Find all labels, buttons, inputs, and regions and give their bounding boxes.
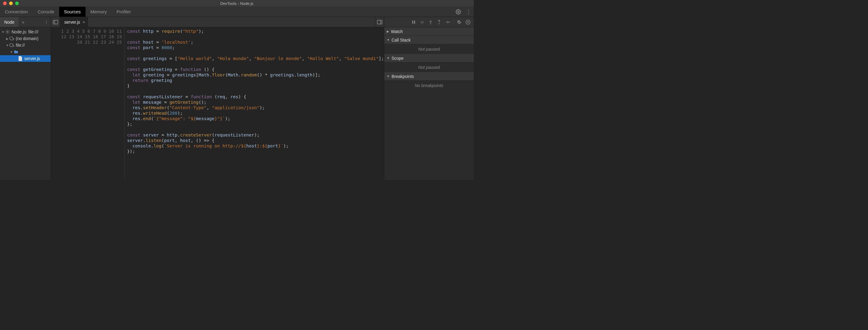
- scope-label: Scope: [392, 56, 404, 61]
- editor-area: server.js × 1 2 3 4 5 6 7 8 9 10 11 12 1…: [51, 17, 384, 180]
- chevron-down-icon: ▼: [387, 38, 390, 41]
- watch-section-header[interactable]: ▶ Watch: [384, 27, 474, 36]
- traffic-lights: [0, 1, 19, 5]
- step-over-icon: [420, 20, 425, 24]
- line-number-gutter: 1 2 3 4 5 6 7 8 9 10 11 12 13 14 15 16 1…: [51, 27, 125, 180]
- deactivate-breakpoints-button[interactable]: [456, 18, 463, 26]
- step-into-icon: [429, 20, 432, 25]
- editor-tabs: server.js ×: [51, 17, 384, 27]
- svg-rect-7: [414, 20, 415, 24]
- tree-node-folder[interactable]: ▼: [0, 49, 51, 55]
- svg-point-1: [7, 31, 8, 32]
- chevron-right-double-icon: »: [22, 20, 25, 25]
- breakpoints-body: No breakpoints: [384, 81, 474, 90]
- code-content: const http = require("http"); const host…: [125, 27, 384, 180]
- devtools-main-tabs: Connection Console Sources Memory Profil…: [0, 7, 474, 17]
- tree-node-file-server-js[interactable]: server.js: [0, 55, 51, 62]
- panel-right-icon: [377, 20, 382, 24]
- toolbar-separator: [454, 19, 454, 25]
- chevron-right-icon: ▶: [5, 37, 9, 40]
- vertical-dots-icon: ⋮: [466, 8, 471, 15]
- breakpoints-label: Breakpoints: [392, 74, 414, 79]
- editor-tab-server-js[interactable]: server.js ×: [60, 17, 88, 27]
- minimize-window-button[interactable]: [9, 1, 13, 5]
- tree-label: server.js: [24, 56, 40, 61]
- tree-label: file://: [16, 43, 25, 48]
- step-into-button[interactable]: [427, 18, 435, 26]
- step-out-icon: [437, 20, 441, 25]
- tab-sources[interactable]: Sources: [59, 7, 86, 17]
- window-titlebar: DevTools - Node.js: [0, 0, 474, 7]
- file-icon: [18, 56, 23, 61]
- cloud-icon: [9, 43, 14, 47]
- svg-point-13: [466, 20, 470, 24]
- chevron-down-icon: ▼: [387, 74, 390, 78]
- settings-button[interactable]: [453, 7, 463, 17]
- svg-rect-14: [467, 21, 467, 23]
- debugger-toolbar: [384, 17, 474, 27]
- svg-point-11: [449, 22, 450, 23]
- breakpoints-section-header[interactable]: ▼ Breakpoints: [384, 72, 474, 81]
- code-editor[interactable]: 1 2 3 4 5 6 7 8 9 10 11 12 13 14 15 16 1…: [51, 27, 384, 180]
- chevron-down-icon: ▼: [387, 56, 390, 60]
- toggle-debugger-button[interactable]: [375, 17, 384, 27]
- sidebar-tab-node[interactable]: Node: [0, 17, 19, 27]
- svg-rect-6: [412, 20, 413, 24]
- maximize-window-button[interactable]: [15, 1, 19, 5]
- watch-label: Watch: [391, 29, 403, 34]
- toggle-navigator-button[interactable]: [51, 17, 60, 27]
- tab-memory[interactable]: Memory: [86, 7, 112, 17]
- chevron-down-icon: ▼: [5, 44, 9, 47]
- svg-rect-15: [468, 21, 469, 23]
- tab-console[interactable]: Console: [33, 7, 59, 17]
- sidebar-more-tabs[interactable]: »: [19, 17, 28, 27]
- scope-body: Not paused: [384, 62, 474, 72]
- tab-profiler[interactable]: Profiler: [112, 7, 136, 17]
- chevron-down-icon: ▼: [1, 30, 5, 34]
- folder-icon: [13, 50, 19, 54]
- vertical-dots-icon: ⋮: [44, 20, 49, 25]
- close-tab-button[interactable]: ×: [83, 20, 85, 25]
- tree-node-file-scheme[interactable]: ▼ file://: [0, 42, 51, 49]
- chevron-right-icon: ▶: [387, 30, 389, 33]
- step-button[interactable]: [444, 18, 452, 26]
- step-icon: [445, 20, 450, 24]
- pause-on-exceptions-button[interactable]: [464, 18, 472, 26]
- call-stack-section-header[interactable]: ▼ Call Stack: [384, 36, 474, 44]
- step-out-button[interactable]: [435, 18, 443, 26]
- tree-label: (no domain): [16, 36, 38, 41]
- pause-exceptions-icon: [466, 20, 470, 25]
- gear-icon: [456, 9, 461, 14]
- svg-point-9: [430, 23, 431, 24]
- pause-button[interactable]: [410, 18, 417, 26]
- cloud-icon: [9, 37, 14, 40]
- sources-sidebar: Node » ⋮ ▼ Node.js: file:/// ▶ (no domai…: [0, 17, 51, 180]
- file-tree: ▼ Node.js: file:/// ▶ (no domain) ▼ file…: [0, 27, 51, 62]
- svg-point-8: [422, 23, 423, 24]
- svg-point-10: [439, 23, 439, 24]
- close-window-button[interactable]: [3, 1, 7, 5]
- call-stack-body: Not paused: [384, 44, 474, 54]
- sidebar-menu-button[interactable]: ⋮: [42, 17, 51, 27]
- window-title: DevTools - Node.js: [220, 1, 253, 6]
- tree-root-node[interactable]: ▼ Node.js: file:///: [0, 29, 51, 35]
- sidebar-tabs: Node » ⋮: [0, 17, 51, 27]
- gear-icon: [5, 29, 10, 34]
- step-over-button[interactable]: [418, 18, 426, 26]
- svg-point-0: [458, 11, 459, 12]
- pause-icon: [411, 20, 416, 24]
- scope-section-header[interactable]: ▼ Scope: [384, 54, 474, 62]
- more-menu-button[interactable]: ⋮: [463, 7, 474, 17]
- editor-tab-label: server.js: [64, 20, 80, 25]
- chevron-down-icon: ▼: [10, 50, 13, 54]
- call-stack-label: Call Stack: [392, 38, 411, 42]
- tree-label: Node.js: file:///: [11, 29, 38, 34]
- panel-left-icon: [53, 20, 58, 24]
- debugger-panel: ▶ Watch ▼ Call Stack Not paused ▼ Scope …: [384, 17, 474, 180]
- tab-connection[interactable]: Connection: [0, 7, 33, 17]
- tree-node-no-domain[interactable]: ▶ (no domain): [0, 35, 51, 42]
- breakpoint-toggle-icon: [457, 20, 462, 24]
